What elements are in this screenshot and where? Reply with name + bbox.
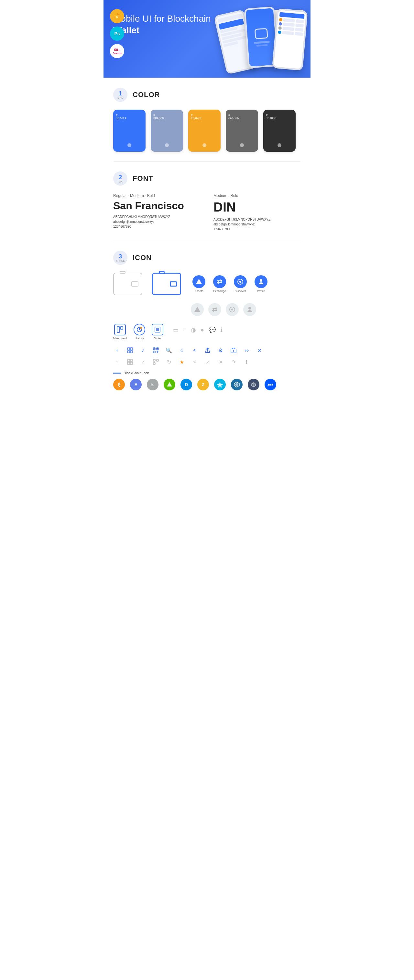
profile-icon-item: Profile xyxy=(253,275,269,293)
profile-icon xyxy=(255,275,268,288)
neo-icon xyxy=(164,379,175,390)
svg-rect-40 xyxy=(131,362,132,364)
exchange-icon-item: Exchange xyxy=(212,275,228,293)
font1-lowercase: abcdefghijklmnopqrstuvwxyz xyxy=(113,220,201,223)
color-section-number: 1 ONE xyxy=(113,88,127,102)
assets-icon-item: Assets xyxy=(191,275,207,293)
exchange-icon-gray xyxy=(208,303,221,316)
back-icon: < xyxy=(191,347,199,354)
share-icon xyxy=(204,347,212,354)
tab-and-misc-icons-row: Mangment ! History xyxy=(113,324,301,340)
svg-rect-14 xyxy=(120,327,123,329)
icon-section: 3 THREE ICON Assets xyxy=(104,241,310,400)
util-icons-gray-row: + ✓ ↻ ★ < ↗ ✕ ↷ ℹ xyxy=(113,358,301,366)
discover-icon xyxy=(234,275,247,288)
moon-icon: ◑ xyxy=(191,326,196,334)
font-section-header: 2 TWO FONT xyxy=(113,172,301,186)
font-din: Medium · Bold DIN ABCDEFGHIJKLMNOPQRSTUV… xyxy=(213,193,301,231)
qr-icon xyxy=(152,347,160,354)
icon-section-header: 3 THREE ICON xyxy=(113,251,301,265)
svg-marker-9 xyxy=(194,307,200,312)
color-section-header: 1 ONE COLOR xyxy=(113,88,301,102)
svg-text:S: S xyxy=(116,15,118,18)
svg-rect-31 xyxy=(154,352,154,352)
close-icon-gray: ✕ xyxy=(217,358,225,366)
star-icon: ☆ xyxy=(178,347,186,354)
upload-icon xyxy=(230,347,237,354)
message-icon: 💬 xyxy=(209,326,216,334)
svg-rect-22 xyxy=(127,348,130,350)
wallet-wireframe-icon xyxy=(113,273,142,295)
svg-rect-30 xyxy=(157,348,158,349)
crypto-icons-row: ₿ Ξ Ł D Z xyxy=(113,379,301,390)
font1-style: Regular · Medium · Bold xyxy=(113,193,201,198)
svg-rect-38 xyxy=(131,360,132,361)
font-section-number: 2 TWO xyxy=(113,172,127,186)
info-icon: ℹ xyxy=(220,326,223,334)
svg-point-7 xyxy=(239,281,241,283)
color-section: 1 ONE COLOR #3574FA #8DA0C8 #F5A623 #666… xyxy=(104,78,310,161)
phone-mockup-3 xyxy=(272,8,308,71)
mtl-icon xyxy=(248,379,260,390)
svg-rect-24 xyxy=(127,351,130,353)
blockchain-line xyxy=(113,372,121,374)
wallet-blue-icon xyxy=(152,273,181,295)
font2-name: DIN xyxy=(213,200,301,215)
color-swatch-orange: #F5A623 xyxy=(188,110,221,152)
color-swatch-blue: #3574FA xyxy=(113,110,145,152)
management-icon xyxy=(114,324,126,336)
grid-icon xyxy=(126,347,134,354)
svg-rect-43 xyxy=(153,363,155,364)
btc-icon: ₿ xyxy=(113,379,125,390)
order-icon-item: Order xyxy=(152,324,163,340)
eth-icon: Ξ xyxy=(130,379,142,390)
refresh-icon-gray: ↻ xyxy=(165,358,173,366)
font-title: FONT xyxy=(132,174,153,183)
util-icons-colored-row: + ✓ 🔍 ☆ < ⚙ ⇔ ✕ xyxy=(113,347,301,354)
ltc-icon: Ł xyxy=(147,379,158,390)
ps-badge: Ps xyxy=(110,27,124,41)
blockchain-label: BlockChain Icon xyxy=(113,371,301,375)
back-icon-gray: < xyxy=(191,358,199,366)
font1-name: San Francisco xyxy=(113,200,201,212)
font1-uppercase: ABCDEFGHIJKLMNOPQRSTUVWXYZ xyxy=(113,215,201,219)
svg-point-11 xyxy=(231,309,233,310)
check-icon-gray: ✓ xyxy=(139,358,147,366)
chat-icon: ▭ xyxy=(173,326,178,334)
color-swatch-gray: #666666 xyxy=(226,110,258,152)
color-swatch-dark: #303030 xyxy=(263,110,296,152)
management-icon-item: Mangment xyxy=(113,324,127,340)
info-icon-gray: ℹ xyxy=(243,358,250,366)
zec-icon: Z xyxy=(197,379,209,390)
search-icon: 🔍 xyxy=(165,347,173,354)
sketch-badge: S xyxy=(110,9,124,23)
svg-marker-46 xyxy=(217,382,223,388)
qr-icon-gray xyxy=(152,358,160,366)
hero-title: Mobile UI for Blockchain Wallet xyxy=(113,13,217,37)
redo-icon-gray: ↷ xyxy=(230,358,237,366)
strat-icon xyxy=(231,379,243,390)
hero-badges: S Ps 60+ Screens xyxy=(110,9,124,58)
color-title: COLOR xyxy=(132,91,160,99)
wallet-icons-row: Assets Exchange xyxy=(113,273,301,295)
screens-badge: 60+ Screens xyxy=(110,44,124,58)
font2-numbers: 1234567890 xyxy=(213,228,301,231)
font1-numbers: 1234567890 xyxy=(113,225,201,228)
font2-lowercase: abcdefghijklmnopqrstuvwxyz xyxy=(213,223,301,226)
profile-icon-gray xyxy=(243,303,256,316)
nav-icons-gray xyxy=(191,303,301,316)
svg-point-12 xyxy=(248,307,251,310)
svg-rect-37 xyxy=(127,360,130,361)
history-icon-item: ! History xyxy=(134,324,145,340)
assets-icon xyxy=(193,275,205,288)
share-icon-gray: ↗ xyxy=(204,358,212,366)
misc-icons-row: ▭ ≡ ◑ ● 💬 ℹ xyxy=(173,326,223,334)
layers-icon: ≡ xyxy=(183,327,186,334)
star-icon-orange: ★ xyxy=(178,358,186,366)
circle-icon: ● xyxy=(201,327,204,334)
order-icon xyxy=(152,324,163,336)
svg-point-8 xyxy=(260,279,262,282)
waves-icon xyxy=(264,379,276,390)
svg-rect-42 xyxy=(156,360,158,361)
swap-icon: ⇔ xyxy=(243,347,250,354)
